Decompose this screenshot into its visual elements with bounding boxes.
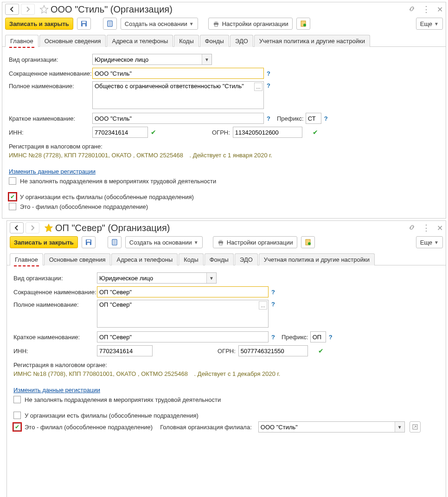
label-prefix: Префикс: — [282, 334, 308, 341]
inn-input[interactable] — [97, 345, 153, 356]
chevron-down-icon[interactable]: ▼ — [395, 422, 404, 432]
tab-basic[interactable]: Основные сведения — [39, 35, 106, 47]
help-icon[interactable]: ? — [271, 289, 275, 296]
window-title: ООО "Стиль" (Организация) — [51, 4, 173, 15]
check-icon: ✔ — [151, 129, 156, 136]
change-reg-link[interactable]: Изменить данные регистрации — [13, 387, 100, 394]
help-icon[interactable]: ? — [324, 115, 328, 122]
full-name-input[interactable] — [92, 81, 264, 109]
kebab-menu-icon[interactable]: ⋮ — [422, 224, 430, 232]
checkbox-is-branch[interactable]: ✔ — [13, 423, 21, 431]
change-reg-link[interactable]: Изменить данные регистрации — [9, 168, 96, 175]
tab-addresses[interactable]: Адреса и телефоны — [107, 35, 173, 47]
label-head-org: Головная организация филиала: — [160, 424, 252, 431]
label-no-fill: Не заполнять подразделения в мероприятия… — [20, 178, 216, 185]
label-inn: ИНН: — [9, 129, 92, 136]
org-type-select[interactable] — [97, 272, 217, 284]
label-prefix: Префикс: — [277, 115, 304, 122]
tab-edo[interactable]: ЭДО — [230, 35, 253, 47]
create-based-button[interactable]: Создать на основании▼ — [121, 18, 198, 30]
label-full-name: Полное наименование: — [13, 300, 97, 308]
ogrn-input[interactable] — [233, 127, 302, 138]
open-button[interactable] — [410, 421, 421, 432]
label-ogrn: ОГРН: — [218, 348, 236, 355]
short-name-input[interactable] — [97, 286, 269, 297]
save-button[interactable] — [77, 18, 91, 30]
help-icon[interactable]: ? — [267, 82, 270, 89]
link-icon[interactable] — [408, 5, 416, 14]
chevron-down-icon[interactable]: ▼ — [206, 273, 216, 283]
ogrn-input[interactable] — [238, 345, 308, 356]
kebab-menu-icon[interactable]: ⋮ — [422, 5, 430, 13]
tab-accounting[interactable]: Учетная политика и другие настройки — [259, 253, 375, 265]
inn-input[interactable] — [92, 127, 148, 138]
org-settings-button[interactable]: Настройки организации — [208, 18, 293, 30]
chevron-down-icon[interactable]: ▼ — [202, 54, 211, 65]
help-icon[interactable]: ? — [329, 334, 333, 341]
save-button[interactable] — [82, 236, 96, 248]
favorite-star-icon[interactable] — [44, 223, 53, 232]
help-icon[interactable]: ? — [267, 115, 270, 122]
tab-funds[interactable]: Фонды — [205, 253, 234, 265]
tab-basic[interactable]: Основные сведения — [44, 253, 111, 265]
chevron-down-icon: ▼ — [189, 21, 194, 26]
tab-addresses[interactable]: Адреса и телефоны — [111, 253, 178, 265]
file-button[interactable] — [108, 236, 122, 248]
tab-accounting[interactable]: Учетная политика и другие настройки — [254, 35, 370, 47]
label-brief-name: Краткое наименование: — [9, 115, 92, 122]
back-button[interactable] — [10, 222, 24, 233]
short-name-input[interactable] — [92, 68, 264, 79]
label-tax-reg: Регистрация в налоговом органе: — [13, 361, 440, 368]
report-button[interactable] — [301, 236, 315, 248]
help-icon[interactable]: ? — [271, 301, 275, 308]
save-close-button[interactable]: Записать и закрыть — [5, 18, 73, 30]
save-close-button[interactable]: Записать и закрыть — [10, 236, 78, 248]
expand-icon[interactable]: … — [259, 301, 267, 310]
tab-main[interactable]: Главное — [10, 253, 43, 265]
checkbox-no-fill[interactable] — [9, 177, 16, 185]
org-settings-button[interactable]: Настройки организации — [213, 236, 297, 248]
checkbox-has-branches[interactable]: ✔ — [9, 193, 16, 200]
create-based-button[interactable]: Создать на основании▼ — [125, 236, 203, 248]
more-button[interactable]: Еще▼ — [416, 18, 443, 30]
prefix-input[interactable] — [310, 331, 326, 342]
brief-name-input[interactable] — [97, 331, 269, 342]
checkbox-no-fill[interactable] — [13, 396, 21, 403]
org-type-select[interactable] — [92, 54, 212, 65]
checkbox-has-branches[interactable] — [13, 412, 21, 419]
tax-reg-info: ИМНС №18 (7708), КПП 770801001, ОКАТО , … — [13, 370, 188, 377]
svg-rect-8 — [215, 21, 218, 23]
toolbar: Записать и закрыть Создать на основании▼… — [7, 233, 446, 252]
forward-button[interactable] — [21, 4, 35, 15]
checkbox-is-branch[interactable] — [9, 203, 16, 210]
more-button[interactable]: Еще▼ — [416, 236, 443, 248]
tab-funds[interactable]: Фонды — [200, 35, 229, 47]
org-window-top: ООО "Стиль" (Организация) ⋮ ✕ Записать и… — [2, 2, 446, 219]
label-org-type: Вид организации: — [9, 56, 92, 63]
svg-rect-13 — [87, 240, 90, 242]
tab-codes[interactable]: Коды — [174, 35, 198, 47]
brief-name-input[interactable] — [92, 113, 264, 124]
close-icon[interactable]: ✕ — [437, 5, 443, 14]
full-name-input[interactable] — [97, 300, 269, 328]
favorite-star-icon[interactable] — [39, 5, 49, 14]
report-button[interactable] — [296, 18, 310, 30]
expand-icon[interactable]: … — [254, 83, 262, 91]
forward-button[interactable] — [26, 222, 39, 233]
tax-reg-valid: . Действует с 1 января 2020 г. — [190, 152, 273, 159]
tab-edo[interactable]: ЭДО — [235, 253, 258, 265]
check-icon: ✔ — [313, 129, 318, 136]
label-org-type: Вид организации: — [13, 275, 97, 282]
help-icon[interactable]: ? — [267, 70, 270, 77]
head-org-input[interactable] — [258, 421, 405, 432]
label-tax-reg: Регистрация в налоговом органе: — [9, 143, 440, 150]
tab-codes[interactable]: Коды — [179, 253, 203, 265]
file-button[interactable] — [103, 18, 117, 30]
link-icon[interactable] — [408, 224, 416, 232]
titlebar: ООО "Стиль" (Организация) ⋮ ✕ — [2, 2, 446, 15]
help-icon[interactable]: ? — [271, 334, 275, 341]
close-icon[interactable]: ✕ — [437, 224, 443, 232]
tab-main[interactable]: Главное — [5, 35, 38, 47]
prefix-input[interactable] — [306, 113, 321, 124]
back-button[interactable] — [5, 4, 19, 15]
